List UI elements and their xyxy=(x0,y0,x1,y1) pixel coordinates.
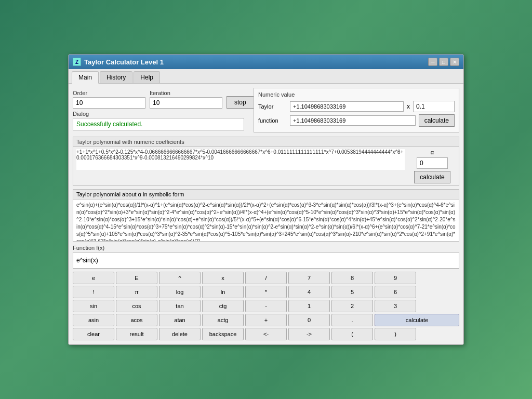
key-3[interactable]: 3 xyxy=(375,300,416,312)
key-ln[interactable]: ln xyxy=(202,286,244,298)
top-row: Order Iteration stop Dialog Num xyxy=(73,88,459,134)
taylor-value-input[interactable] xyxy=(290,101,404,112)
title-buttons: ─ □ ✕ xyxy=(428,58,459,66)
keyboard-row-5: clear result delete backspace <- -> ( ) xyxy=(73,328,459,340)
key-power[interactable]: ^ xyxy=(159,272,201,284)
key-backspace[interactable]: backspace xyxy=(202,328,244,340)
tab-help[interactable]: Help xyxy=(134,71,160,83)
stop-button[interactable]: stop xyxy=(227,96,254,109)
key-right-arrow[interactable]: -> xyxy=(288,328,330,340)
dialog-label: Dialog xyxy=(73,111,249,117)
iteration-label: Iteration xyxy=(150,90,222,96)
key-ctg[interactable]: ctg xyxy=(202,300,244,312)
function-value-input[interactable] xyxy=(290,115,416,126)
key-left-arrow[interactable]: <- xyxy=(245,328,287,340)
order-iter-group: Order Iteration stop Dialog xyxy=(73,88,249,134)
key-calculate[interactable]: calculate xyxy=(375,314,459,326)
key-cos[interactable]: cos xyxy=(116,300,157,312)
keyboard-row-1: e E ^ x / 7 8 9 xyxy=(73,272,459,284)
key-e[interactable]: e xyxy=(73,272,114,284)
symbolic-content[interactable]: e^sin(α)+(e^sin(α)*cos(α))/1!*(x-α)^1+(e… xyxy=(73,200,459,241)
poly-numeric-content: +1+1*x^1+0.5*x^2-0.125*x^4-0.06666666666… xyxy=(76,149,405,170)
app-icon: Z xyxy=(73,58,81,66)
order-iter-row: Order Iteration stop xyxy=(73,88,249,109)
key-delete[interactable]: delete xyxy=(159,328,201,340)
key-close-paren[interactable]: ) xyxy=(375,328,416,340)
keyboard-row-4: asin acos atan actg + 0 . calculate xyxy=(73,314,459,326)
keyboard: e E ^ x / 7 8 9 ! π log ln * 4 5 6 xyxy=(73,272,459,340)
window-title: Taylor Calculator Level 1 xyxy=(84,58,164,66)
key-0[interactable]: 0 xyxy=(288,314,330,326)
iter-field-group: Iteration xyxy=(150,90,222,109)
key-result[interactable]: result xyxy=(116,328,157,340)
key-acos[interactable]: acos xyxy=(116,314,157,326)
key-1[interactable]: 1 xyxy=(288,300,330,312)
order-label: Order xyxy=(73,90,145,96)
dialog-input xyxy=(73,118,244,130)
key-log[interactable]: log xyxy=(159,286,201,298)
main-content: Order Iteration stop Dialog Num xyxy=(69,84,463,344)
key-multiply[interactable]: * xyxy=(245,286,287,298)
numeric-calculate-button[interactable]: calculate xyxy=(419,114,455,127)
fx-label: Function f(x) xyxy=(73,245,459,251)
key-2[interactable]: 2 xyxy=(331,300,373,312)
key-factorial[interactable]: ! xyxy=(73,286,114,298)
minimize-button[interactable]: ─ xyxy=(428,58,437,66)
key-plus[interactable]: + xyxy=(245,314,287,326)
poly-numeric-box: Taylor polynomial with numeric coefficie… xyxy=(73,137,459,186)
key-actg[interactable]: actg xyxy=(202,314,244,326)
key-6[interactable]: 6 xyxy=(375,286,416,298)
title-bar-left: Z Taylor Calculator Level 1 xyxy=(73,58,164,66)
key-4[interactable]: 4 xyxy=(288,286,330,298)
main-window: Z Taylor Calculator Level 1 ─ □ ✕ Main H… xyxy=(68,54,464,345)
alpha-label: α xyxy=(431,149,434,155)
taylor-row: Taylor x xyxy=(258,101,455,112)
alpha-input[interactable] xyxy=(417,157,448,169)
key-minus[interactable]: - xyxy=(245,300,287,312)
keyboard-row-3: sin cos tan ctg - 1 2 3 xyxy=(73,300,459,312)
function-label: function xyxy=(258,117,287,124)
fx-input[interactable] xyxy=(73,252,459,269)
order-input[interactable] xyxy=(73,97,145,109)
x-value-input[interactable] xyxy=(413,101,455,112)
poly-calculate-button[interactable]: calculate xyxy=(414,171,450,183)
close-button[interactable]: ✕ xyxy=(450,58,459,66)
key-7[interactable]: 7 xyxy=(288,272,330,284)
maximize-button[interactable]: □ xyxy=(439,58,448,66)
function-row: function calculate xyxy=(258,114,455,127)
key-5[interactable]: 5 xyxy=(331,286,373,298)
order-field-group: Order xyxy=(73,90,145,109)
key-pi[interactable]: π xyxy=(116,286,157,298)
fx-section: Function f(x) xyxy=(73,245,459,269)
dialog-section: Dialog xyxy=(73,111,249,130)
numeric-title: Numeric value xyxy=(258,91,455,98)
x-label: x xyxy=(407,103,410,110)
key-tan[interactable]: tan xyxy=(159,300,201,312)
key-atan[interactable]: atan xyxy=(159,314,201,326)
iteration-input[interactable] xyxy=(150,97,222,109)
key-sin[interactable]: sin xyxy=(73,300,114,312)
alpha-section: α calculate xyxy=(409,149,456,183)
tab-history[interactable]: History xyxy=(100,71,132,83)
poly-numeric-title: Taylor polynomial with numeric coefficie… xyxy=(73,137,459,147)
taylor-label: Taylor xyxy=(258,103,287,110)
key-dot[interactable]: . xyxy=(331,314,373,326)
numeric-group: Numeric value Taylor x function calculat… xyxy=(254,88,459,132)
tab-bar: Main History Help xyxy=(69,69,463,84)
key-E[interactable]: E xyxy=(116,272,157,284)
key-asin[interactable]: asin xyxy=(73,314,114,326)
key-x[interactable]: x xyxy=(202,272,244,284)
title-bar: Z Taylor Calculator Level 1 ─ □ ✕ xyxy=(69,55,463,69)
keyboard-row-2: ! π log ln * 4 5 6 xyxy=(73,286,459,298)
symbolic-title: Taylor polynomial about α in symbolic fo… xyxy=(73,190,459,200)
key-divide[interactable]: / xyxy=(245,272,287,284)
key-clear[interactable]: clear xyxy=(73,328,114,340)
key-9[interactable]: 9 xyxy=(375,272,416,284)
poly-numeric-row: +1+1*x^1+0.5*x^2-0.125*x^4-0.06666666666… xyxy=(73,147,459,185)
key-open-paren[interactable]: ( xyxy=(331,328,373,340)
key-8[interactable]: 8 xyxy=(331,272,373,284)
symbolic-box: Taylor polynomial about α in symbolic fo… xyxy=(73,189,459,242)
tab-main[interactable]: Main xyxy=(72,71,99,84)
